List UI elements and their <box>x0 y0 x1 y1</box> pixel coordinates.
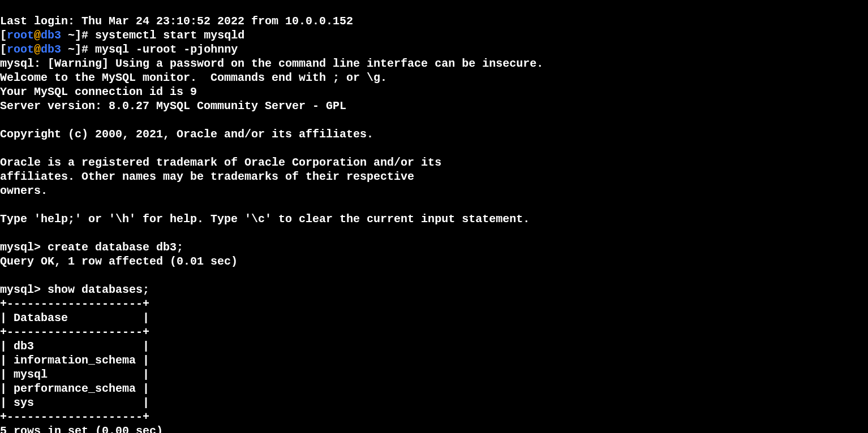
table-header: | Database | <box>0 311 149 324</box>
table-row: | mysql | <box>0 368 149 381</box>
prompt-host: db3 <box>41 43 61 56</box>
mysql-trademark-line: Oracle is a registered trademark of Orac… <box>0 156 441 169</box>
sql-result-2: 5 rows in set (0.00 sec) <box>0 425 163 433</box>
prompt-host: db3 <box>41 29 61 42</box>
mysql-welcome: Welcome to the MySQL monitor. Commands e… <box>0 71 387 84</box>
mysql-help: Type 'help;' or '\h' for help. Type '\c'… <box>0 213 530 226</box>
sql-stmt-2: show databases; <box>48 283 149 296</box>
sql-result-1: Query OK, 1 row affected (0.01 sec) <box>0 255 238 268</box>
prompt-bracket-open: [ <box>0 29 7 42</box>
mysql-prompt: mysql> <box>0 241 48 254</box>
prompt-hash: # <box>81 29 95 42</box>
prompt-bracket-close: ] <box>75 29 81 42</box>
table-border: +--------------------+ <box>0 297 149 310</box>
mysql-copyright: Copyright (c) 2000, 2021, Oracle and/or … <box>0 128 373 141</box>
prompt-at: @ <box>34 43 41 56</box>
table-row: | information_schema | <box>0 354 149 367</box>
table-border: +--------------------+ <box>0 326 149 339</box>
prompt-bracket-open: [ <box>0 43 7 56</box>
command-2: mysql -uroot -pjohnny <box>95 43 238 56</box>
sql-stmt-1: create database db3; <box>48 241 183 254</box>
mysql-trademark-line: owners. <box>0 184 48 197</box>
terminal[interactable]: Last login: Thu Mar 24 23:10:52 2022 fro… <box>0 0 868 433</box>
prompt-user: root <box>7 43 34 56</box>
command-1: systemctl start mysqld <box>95 29 244 42</box>
prompt-at: @ <box>34 29 41 42</box>
mysql-prompt: mysql> <box>0 283 48 296</box>
table-row: | performance_schema | <box>0 382 149 395</box>
mysql-connid: Your MySQL connection id is 9 <box>0 85 197 98</box>
mysql-trademark-line: affiliates. Other names may be trademark… <box>0 170 414 183</box>
table-row: | db3 | <box>0 340 149 353</box>
prompt-bracket-close: ] <box>75 43 81 56</box>
prompt-dir: ~ <box>61 43 75 56</box>
last-login-line: Last login: Thu Mar 24 23:10:52 2022 fro… <box>0 15 353 28</box>
prompt-dir: ~ <box>61 29 75 42</box>
mysql-version: Server version: 8.0.27 MySQL Community S… <box>0 99 346 112</box>
mysql-warning: mysql: [Warning] Using a password on the… <box>0 57 543 70</box>
prompt-hash: # <box>81 43 95 56</box>
table-border: +--------------------+ <box>0 410 149 423</box>
prompt-user: root <box>7 29 34 42</box>
table-row: | sys | <box>0 396 149 409</box>
